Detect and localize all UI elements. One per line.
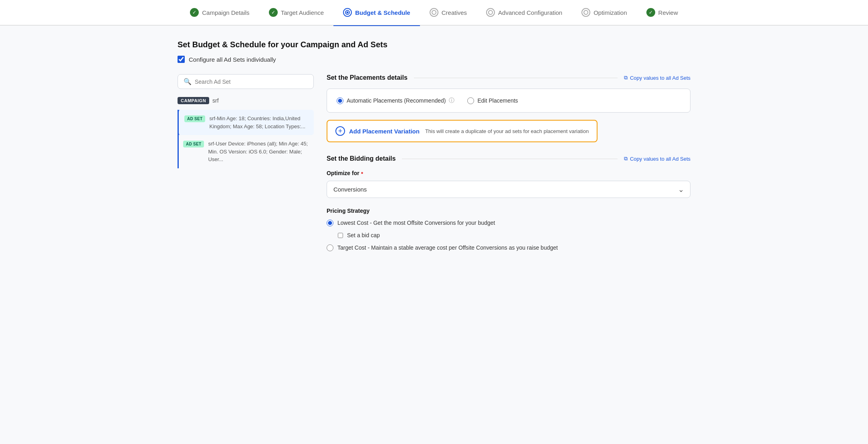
ad-set-item-0[interactable]: AD SETsrf-Min Age: 18; Countries: India,…: [178, 110, 314, 135]
optimization-icon: [581, 8, 590, 17]
placements-copy-link[interactable]: ⧉ Copy values to all Ad Sets: [624, 75, 690, 81]
edit-placement-radio[interactable]: [467, 97, 474, 104]
copy-icon: ⧉: [624, 75, 628, 81]
right-panel: Set the Placements details ⧉ Copy values…: [327, 74, 690, 265]
placements-section-header: Set the Placements details ⧉ Copy values…: [327, 74, 690, 81]
configure-all-checkbox[interactable]: [178, 56, 185, 63]
placements-section: Set the Placements details ⧉ Copy values…: [327, 74, 690, 142]
ad-set-badge-0: AD SET: [184, 115, 205, 122]
ad-set-list: AD SETsrf-Min Age: 18; Countries: India,…: [178, 110, 314, 168]
add-variation-button[interactable]: + Add Placement Variation This will crea…: [327, 120, 598, 142]
nav-step-campaign-details[interactable]: ✓Campaign Details: [180, 0, 259, 25]
bidding-section-header: Set the Bidding details ⧉ Copy values to…: [327, 155, 690, 162]
search-box[interactable]: 🔍: [178, 74, 314, 89]
campaign-details-label: Campaign Details: [202, 9, 249, 16]
two-col-layout: 🔍 CAMPAIGN srf AD SETsrf-Min Age: 18; Co…: [178, 74, 690, 265]
placements-title: Set the Placements details: [327, 74, 408, 81]
optimize-select[interactable]: Conversions Link Clicks Impressions Reac…: [327, 181, 690, 198]
svg-point-4: [584, 10, 588, 14]
nav-step-creatives[interactable]: Creatives: [420, 0, 476, 25]
automatic-placement-radio[interactable]: [337, 97, 343, 104]
campaign-row: CAMPAIGN srf: [178, 97, 314, 104]
lowest-cost-option: Lowest Cost - Get the most Offsite Conve…: [327, 219, 690, 227]
ad-set-desc-0: srf-Min Age: 18; Countries: India,United…: [209, 115, 308, 130]
pricing-title: Pricing Strategy: [327, 208, 690, 214]
creatives-label: Creatives: [442, 9, 467, 16]
svg-point-3: [489, 10, 493, 14]
ad-set-item-1[interactable]: AD SETsrf-User Device: iPhones (all); Mi…: [178, 135, 314, 168]
sidebar-panel: 🔍 CAMPAIGN srf AD SETsrf-Min Age: 18; Co…: [178, 74, 314, 168]
target-audience-icon: ✓: [269, 8, 278, 17]
review-icon: ✓: [646, 8, 655, 17]
automatic-placement-option[interactable]: Automatic Placements (Recommended) ⓘ: [337, 97, 454, 104]
nav-step-target-audience[interactable]: ✓Target Audience: [259, 0, 334, 25]
configure-all-checkbox-row: Configure all Ad Sets individually: [178, 56, 690, 63]
configure-all-label[interactable]: Configure all Ad Sets individually: [189, 56, 276, 63]
bidding-divider: [402, 159, 618, 159]
advanced-config-label: Advanced Configuration: [498, 9, 562, 16]
advanced-config-icon: [486, 8, 495, 17]
campaign-details-icon: ✓: [190, 8, 199, 17]
svg-point-1: [347, 12, 349, 14]
target-cost-option: Target Cost - Maintain a stable average …: [327, 244, 690, 252]
edit-placement-option[interactable]: Edit Placements: [467, 97, 518, 104]
creatives-icon: [430, 8, 438, 17]
bid-cap-checkbox[interactable]: [338, 233, 343, 238]
bidding-copy-link[interactable]: ⧉ Copy values to all Ad Sets: [624, 155, 690, 162]
copy-icon-2: ⧉: [624, 155, 628, 162]
bidding-section: Set the Bidding details ⧉ Copy values to…: [327, 155, 690, 252]
review-label: Review: [658, 9, 678, 16]
placement-card: Automatic Placements (Recommended) ⓘ Edi…: [327, 89, 690, 113]
required-dot: •: [361, 170, 363, 177]
placements-divider: [414, 78, 618, 78]
optimize-label: Optimize for •: [327, 170, 690, 177]
bidding-title: Set the Bidding details: [327, 155, 396, 162]
budget-schedule-icon: [343, 8, 352, 17]
budget-schedule-label: Budget & Schedule: [355, 9, 410, 16]
nav-step-review[interactable]: ✓Review: [637, 0, 688, 25]
ad-set-badge-1: AD SET: [183, 141, 204, 147]
nav-bar: ✓Campaign Details✓Target AudienceBudget …: [0, 0, 868, 26]
campaign-label: CAMPAIGN: [178, 97, 209, 104]
info-icon[interactable]: ⓘ: [449, 97, 454, 104]
optimization-label: Optimization: [593, 9, 627, 16]
ad-set-desc-1: srf-User Device: iPhones (all); Min Age:…: [208, 140, 308, 163]
page-title: Set Budget & Schedule for your Campaign …: [178, 40, 690, 49]
lowest-cost-radio[interactable]: [327, 220, 333, 226]
plus-circle-icon: +: [335, 126, 345, 136]
svg-point-2: [432, 10, 436, 14]
bid-cap-option: Set a bid cap: [338, 231, 690, 240]
optimize-select-wrapper[interactable]: Conversions Link Clicks Impressions Reac…: [327, 181, 690, 198]
search-input[interactable]: [195, 79, 308, 85]
nav-step-advanced-config[interactable]: Advanced Configuration: [476, 0, 572, 25]
target-audience-label: Target Audience: [281, 9, 324, 16]
campaign-name: srf: [212, 97, 219, 104]
nav-step-budget-schedule[interactable]: Budget & Schedule: [333, 0, 420, 25]
page-body: Set Budget & Schedule for your Campaign …: [153, 26, 715, 279]
target-cost-radio[interactable]: [327, 244, 333, 251]
nav-step-optimization[interactable]: Optimization: [572, 0, 636, 25]
search-icon: 🔍: [184, 78, 192, 85]
